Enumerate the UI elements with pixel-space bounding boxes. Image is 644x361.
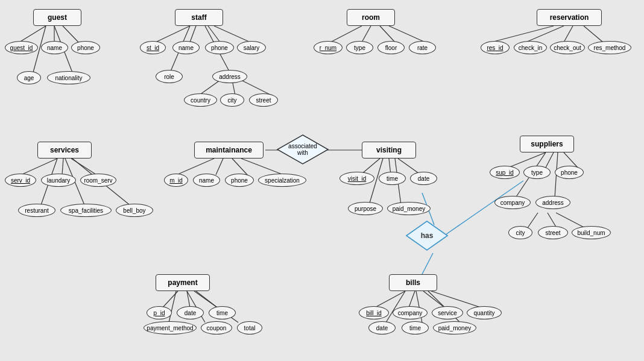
relationship-has: has xyxy=(405,220,449,251)
attr-paid-money-bills: paid_money xyxy=(433,321,476,334)
svg-line-61 xyxy=(422,253,433,274)
attr-guest-phone: phone xyxy=(71,41,100,54)
entity-payment-label: payment xyxy=(168,278,197,287)
attr-bell-boy: bell_boy xyxy=(116,204,153,217)
er-diagram: guest guest_id name phone age nationalit… xyxy=(0,0,644,361)
attr-room-rate: rate xyxy=(409,41,436,54)
entity-room-label: room xyxy=(362,13,380,22)
attr-p-id: p_id xyxy=(147,306,172,319)
attr-payment-time: time xyxy=(209,306,236,319)
attr-paid-money-visiting: paid_money xyxy=(387,202,431,215)
attr-room-type: type xyxy=(346,41,373,54)
attr-room-floor: floor xyxy=(377,41,405,54)
svg-line-30 xyxy=(232,159,247,175)
attr-maint-name: name xyxy=(193,174,220,187)
attr-staff-phone: phone xyxy=(205,41,234,54)
svg-line-20 xyxy=(564,26,573,42)
entity-maintainance: maintainance xyxy=(194,142,264,159)
entity-services-label: services xyxy=(50,146,79,154)
attr-r-num: r_num xyxy=(314,41,343,54)
svg-line-48 xyxy=(169,291,176,322)
entity-guest: guest xyxy=(33,9,81,26)
attr-staff-salary: salary xyxy=(237,41,266,54)
svg-line-0 xyxy=(19,26,46,42)
attr-sup-id: sup_id xyxy=(490,166,520,179)
attr-bills-company: company xyxy=(393,306,428,319)
entity-visiting-label: visiting xyxy=(376,146,402,154)
entity-reservation: reservation xyxy=(537,9,602,26)
attr-visiting-time: time xyxy=(379,172,406,185)
relationship-associated-with: associatedwith xyxy=(276,134,329,165)
attr-room-serv: room_serv xyxy=(80,174,116,187)
svg-line-18 xyxy=(491,26,554,42)
attr-laundary: laundary xyxy=(41,174,76,187)
attr-guest-nationality: nationality xyxy=(47,71,90,84)
relationship-associated-label: associatedwith xyxy=(288,143,317,156)
svg-line-17 xyxy=(389,26,425,42)
attr-staff-name: name xyxy=(172,41,200,54)
attr-visiting-date: date xyxy=(410,172,437,185)
attr-maint-phone: phone xyxy=(225,174,254,187)
svg-line-29 xyxy=(216,159,223,175)
svg-line-13 xyxy=(241,80,271,95)
svg-line-52 xyxy=(409,291,415,307)
attr-serv-id: serv_id xyxy=(5,174,36,187)
svg-line-51 xyxy=(375,291,405,307)
attr-company: company xyxy=(494,196,531,209)
attr-quantity: quantity xyxy=(467,306,502,319)
attr-sup-city: city xyxy=(508,226,532,239)
attr-res-id: res_id xyxy=(481,41,510,54)
attr-sup-type: type xyxy=(523,166,551,179)
attr-visit-id: visit_id xyxy=(339,172,374,185)
attr-guest-id: guest_id xyxy=(5,41,38,54)
svg-line-45 xyxy=(163,291,178,307)
relationship-has-label: has xyxy=(421,231,434,240)
attr-street: street xyxy=(249,93,278,107)
attr-coupon: coupon xyxy=(201,321,232,334)
attr-payment-method: payment_method xyxy=(144,321,197,334)
svg-line-14 xyxy=(330,26,362,42)
attr-payment-date: date xyxy=(177,306,204,319)
attr-guest-age: age xyxy=(17,71,41,84)
entity-staff: staff xyxy=(175,9,223,26)
attr-country: country xyxy=(184,93,217,107)
attr-staff-role: role xyxy=(156,70,183,83)
attr-m-id: m_id xyxy=(164,174,188,187)
attr-check-out: check_out xyxy=(550,41,585,54)
attr-purpose: purpose xyxy=(348,202,383,215)
svg-line-21 xyxy=(584,26,603,42)
entity-suppliers-label: suppliers xyxy=(531,140,563,148)
attr-sup-street: street xyxy=(538,226,568,239)
svg-line-24 xyxy=(71,159,96,175)
svg-line-8 xyxy=(214,26,250,42)
svg-line-42 xyxy=(528,213,538,228)
svg-line-23 xyxy=(62,159,63,175)
svg-line-38 xyxy=(546,152,554,168)
svg-line-2 xyxy=(63,26,78,42)
entity-visiting: visiting xyxy=(362,142,416,159)
attr-sup-address: address xyxy=(535,196,570,209)
attr-guest-name: name xyxy=(41,41,68,54)
svg-line-44 xyxy=(556,213,585,228)
svg-line-15 xyxy=(362,26,371,42)
svg-line-47 xyxy=(196,291,217,307)
attr-bills-date: date xyxy=(368,321,396,334)
entity-reservation-label: reservation xyxy=(550,13,589,22)
svg-line-5 xyxy=(156,26,190,42)
svg-line-53 xyxy=(423,291,444,307)
svg-line-46 xyxy=(187,291,190,307)
attr-bill-id: bill_id xyxy=(359,306,389,319)
svg-line-19 xyxy=(526,26,564,42)
attr-build-num: build_num xyxy=(572,226,611,239)
svg-line-16 xyxy=(380,26,395,42)
svg-line-28 xyxy=(177,159,214,175)
attr-city: city xyxy=(220,93,244,107)
attr-bills-service: service xyxy=(432,306,463,319)
entity-bills: bills xyxy=(389,274,437,291)
entity-room: room xyxy=(347,9,395,26)
attr-res-method: res_method xyxy=(588,41,631,54)
entity-services: services xyxy=(37,142,92,159)
attr-st-id: st_id xyxy=(140,41,166,54)
attr-total: total xyxy=(237,321,262,334)
svg-line-37 xyxy=(508,152,546,168)
